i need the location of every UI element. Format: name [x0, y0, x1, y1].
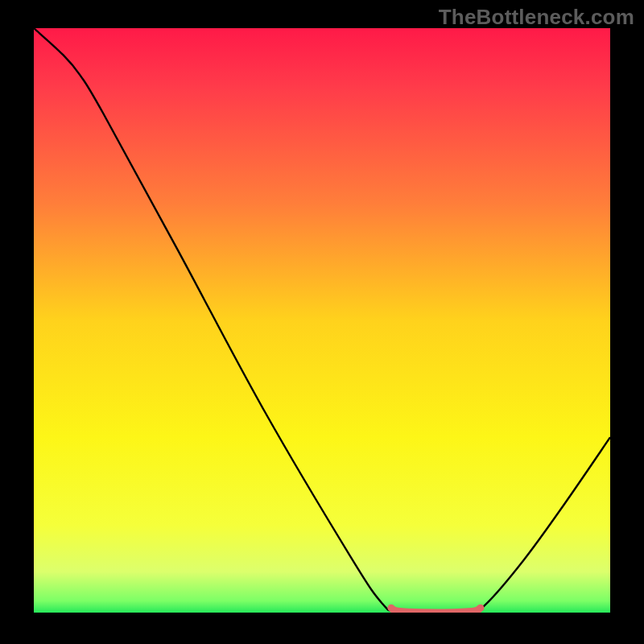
- plot-svg: [34, 28, 610, 613]
- plot-area: [34, 28, 610, 613]
- watermark-label: TheBottleneck.com: [439, 5, 634, 30]
- background-gradient: [34, 28, 610, 613]
- plot-container: [34, 28, 610, 613]
- chart-frame: TheBottleneck.com: [0, 0, 644, 644]
